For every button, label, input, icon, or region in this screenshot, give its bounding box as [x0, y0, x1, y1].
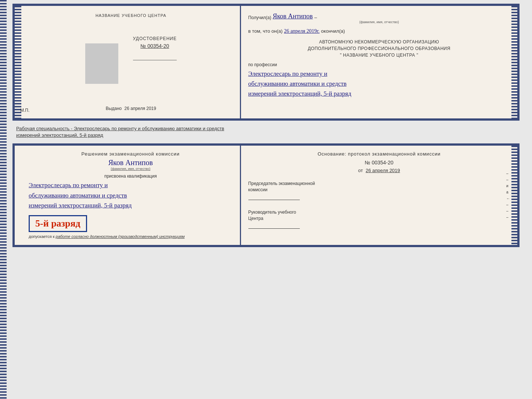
protocol-number: № 00354-20 — [248, 160, 510, 165]
predsedatel-signature-line — [248, 200, 300, 200]
top-right-page: Получил(а) Яков Антипов – (фамилия, имя,… — [241, 6, 517, 118]
recipient-name-bottom: Яков Антипов — [29, 158, 233, 167]
org-line1: АВТОНОМНУЮ НЕКОММЕРЧЕСКУЮ ОРГАНИЗАЦИЮ — [248, 39, 510, 45]
poluchil-label: Получил(а) — [248, 15, 272, 20]
middle-specialty-text: Рабочая специальность - Электрослесарь п… — [12, 124, 520, 140]
profession-line1: Электрослесарь по ремонту и — [248, 69, 510, 79]
predsedatel-block: Председатель экзаменационной комиссии — [248, 181, 510, 202]
right-margin-text: – – и а ← – – – — [506, 171, 510, 219]
bottom-left-spine — [0, 0, 7, 399]
rukovoditel-signature-line — [248, 228, 300, 229]
dopuskaetsya-text: работе согласно должностным (производств… — [56, 234, 185, 239]
okonchil-label: окончил(а) — [321, 28, 345, 34]
rukovoditel-text: Руководитель учебного Центра — [248, 209, 510, 222]
vydano-date: 26 апреля 2019 — [125, 106, 156, 111]
recipient-name-top: Яков Антипов — [273, 13, 313, 20]
razryad-text: 5-й разряд — [35, 218, 80, 229]
udost-title: УДОСТОВЕРЕНИЕ — [133, 36, 177, 41]
osnovanie-label: Основание: протокол экзаменационной коми… — [248, 151, 510, 157]
middle-line1: Рабочая специальность - Электрослесарь п… — [16, 125, 516, 132]
left-spine-decoration — [15, 6, 21, 118]
qualification-block: Электрослесарь по ремонту и обслуживанию… — [29, 180, 233, 210]
predsedatel-line1: Председатель экзаменационной — [248, 181, 510, 187]
profession-line3: измерений электростанций, 5-й разряд — [248, 89, 510, 99]
org-line2: ДОПОЛНИТЕЛЬНОГО ПРОФЕССИОНАЛЬНОГО ОБРАЗО… — [248, 45, 510, 52]
vydano-line: Выдано 26 апреля 2019 — [106, 106, 156, 111]
mp-label: М.П. — [20, 108, 29, 113]
v-tom-label: в том, что он(а) — [248, 28, 283, 34]
middle-line2: измерений электростанций, 5-й разряд — [16, 132, 516, 139]
photo-placeholder — [85, 43, 118, 84]
qual-line3: измерений электростанций, 5-й разряд — [29, 200, 233, 210]
date-value-top: 26 апреля 2019г. — [284, 28, 320, 34]
fio-subtitle-top: (фамилия, имя, отчество) — [248, 20, 510, 24]
bottom-right-page: Основание: протокол экзаменационной коми… — [241, 146, 517, 245]
dopuskaetsya-label: допускается к — [29, 234, 55, 239]
predsedatel-line2: комиссии — [248, 187, 510, 193]
org-block: АВТОНОМНУЮ НЕКОММЕРЧЕСКУЮ ОРГАНИЗАЦИЮ ДО… — [248, 39, 510, 58]
top-left-page: НАЗВАНИЕ УЧЕБНОГО ЦЕНТРА УДОСТОВЕРЕНИЕ №… — [15, 6, 241, 118]
right-spine-bottom — [511, 146, 517, 245]
po-professii-label: по профессии — [248, 62, 510, 67]
udost-number: № 00354-20 — [133, 43, 177, 49]
profession-line2: обслуживанию автоматики и средств — [248, 79, 510, 89]
prisvoena-label: присвоена квалификация — [29, 174, 233, 179]
qual-line1: Электрослесарь по ремонту и — [29, 180, 233, 190]
qual-line2: обслуживанию автоматики и средств — [29, 190, 233, 200]
bottom-certificate-spread: Решением экзаменационной комиссии Яков А… — [12, 143, 520, 247]
bottom-left-page: Решением экзаменационной комиссии Яков А… — [15, 146, 241, 245]
resheniem-label: Решением экзаменационной комиссии — [29, 151, 233, 157]
right-spine-decoration — [511, 6, 517, 118]
rukovoditel-line1: Руководитель учебного — [248, 209, 510, 215]
v-tom-line: в том, что он(а) 26 апреля 2019г. окончи… — [248, 28, 510, 34]
dopuskaetsya-block: допускается к работе согласно должностны… — [29, 234, 233, 239]
razryad-badge: 5-й разряд — [29, 215, 87, 232]
predsedatel-text: Председатель экзаменационной комиссии — [248, 181, 510, 193]
profession-block-top: Электрослесарь по ремонту и обслуживанию… — [248, 69, 510, 99]
document-container: НАЗВАНИЕ УЧЕБНОГО ЦЕНТРА УДОСТОВЕРЕНИЕ №… — [12, 4, 520, 247]
rukovoditel-line2: Центра — [248, 215, 510, 222]
vydano-label: Выдано — [106, 106, 122, 111]
org-quote: " НАЗВАНИЕ УЧЕБНОГО ЦЕНТРА " — [248, 52, 510, 58]
udost-block: УДОСТОВЕРЕНИЕ № 00354-20 — [133, 36, 177, 60]
top-left-title: НАЗВАНИЕ УЧЕБНОГО ЦЕНТРА — [96, 13, 166, 18]
top-certificate-spread: НАЗВАНИЕ УЧЕБНОГО ЦЕНТРА УДОСТОВЕРЕНИЕ №… — [12, 4, 520, 121]
ot-label: от — [358, 168, 363, 173]
rukovoditel-block: Руководитель учебного Центра — [248, 209, 510, 231]
ot-date-line: от 26 апреля 2019 — [248, 168, 510, 173]
fio-subtitle-bottom: (фамилия, имя, отчество) — [29, 167, 233, 171]
ot-date-value: 26 апреля 2019 — [366, 168, 400, 173]
